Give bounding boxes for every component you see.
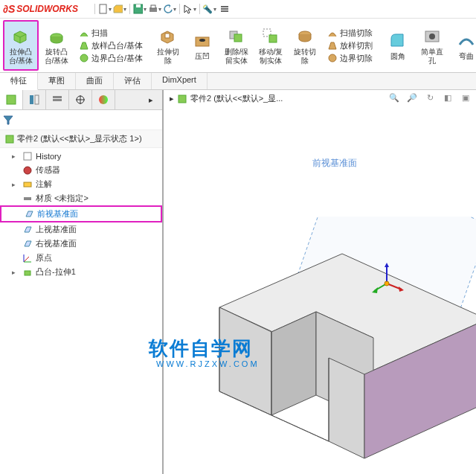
revolve-cut-button[interactable]: 旋转切 除 <box>289 20 321 71</box>
breadcrumb[interactable]: ▸ 零件2 (默认<<默认>_显... <box>170 93 283 104</box>
revolve-boss-icon <box>46 26 67 47</box>
tab-sketch[interactable]: 草图 <box>38 73 76 89</box>
quick-access-toolbar: ▾ ▾ ▾ ▾ ▾ ▾ 🔦▾ <box>93 2 231 16</box>
tab-feature[interactable]: 特征 <box>0 73 38 90</box>
options-icon[interactable] <box>218 2 231 16</box>
zoom-fit-icon[interactable]: 🔍 <box>387 90 402 105</box>
appearance-tab[interactable] <box>92 90 115 109</box>
loft-cut-button[interactable]: 放样切割 <box>327 40 373 51</box>
filter-bar <box>0 110 162 130</box>
extrude-cut-label: 拉伸切 除 <box>157 48 179 65</box>
tree-top-plane[interactable]: 上视基准面 <box>0 222 162 237</box>
svg-rect-41 <box>25 271 30 275</box>
rotate-icon[interactable]: ↻ <box>422 90 437 105</box>
tree-boss-extrude[interactable]: ▸凸台-拉伸1 <box>0 265 162 279</box>
save-icon[interactable]: ▾ <box>133 2 147 16</box>
svg-rect-2 <box>136 4 141 7</box>
svg-rect-33 <box>6 135 13 143</box>
tree-history[interactable]: ▸History <box>0 150 162 163</box>
simple-hole-button[interactable]: 简单直 孔 <box>416 20 448 71</box>
rebuild-icon[interactable]: 🔦▾ <box>203 2 216 16</box>
svg-line-38 <box>24 257 29 262</box>
curve-label: 弯曲 <box>459 52 474 61</box>
revolve-boss-button[interactable]: 旋转凸 台/基体 <box>40 20 73 71</box>
boundary-cut-button[interactable]: 边界切除 <box>327 53 373 64</box>
tab-dimxpert[interactable]: DimXpert <box>152 73 208 89</box>
config-tab[interactable] <box>46 90 69 109</box>
origin-icon <box>22 253 33 263</box>
annotations-icon <box>22 179 33 190</box>
delete-keep-icon <box>226 26 247 47</box>
tab-evaluate[interactable]: 评估 <box>114 73 152 89</box>
svg-point-12 <box>199 39 205 42</box>
app-title: SOLIDWORKS <box>16 4 78 14</box>
curve-button[interactable]: 弯曲 <box>450 20 476 71</box>
view-cube-icon[interactable]: ◧ <box>440 90 455 105</box>
tree-sensors[interactable]: 传感器 <box>0 163 162 177</box>
svg-rect-7 <box>221 10 228 12</box>
plane-label: 前视基准面 <box>312 157 357 170</box>
app-logo: ∂SSOLIDWORKS <box>3 3 78 15</box>
tree-right-plane[interactable]: 右视基准面 <box>0 237 162 251</box>
simple-hole-label: 简单直 孔 <box>421 48 443 65</box>
property-tab[interactable] <box>23 90 46 109</box>
svg-rect-5 <box>221 6 228 7</box>
display-style-icon[interactable]: ▣ <box>458 90 473 105</box>
fillet-icon <box>387 31 408 51</box>
sweep-loft-group: 扫描 放样凸台/基体 边界凸台/基体 <box>74 20 147 71</box>
funnel-icon[interactable] <box>3 115 13 125</box>
plane-icon <box>22 225 33 235</box>
cut-group: 扫描切除 放样切割 边界切除 <box>323 20 377 71</box>
fillet-button[interactable]: 圆角 <box>382 20 414 71</box>
new-doc-icon[interactable]: ▾ <box>98 2 112 16</box>
viewport[interactable]: ▸ 零件2 (默认<<默认>_显... 🔍 🔎 ↻ ◧ ▣ 前视基准面 <box>164 90 476 474</box>
boundary-boss-button[interactable]: 边界凸台/基体 <box>79 53 143 64</box>
watermark: 软件自学网 <box>149 336 253 362</box>
extrude-boss-icon <box>10 26 31 47</box>
view-triad[interactable] <box>368 261 405 298</box>
svg-point-32 <box>99 95 108 104</box>
tab-surface[interactable]: 曲面 <box>76 73 114 89</box>
command-tabs: 特征 草图 曲面 评估 DimXpert <box>0 73 476 90</box>
display-tab[interactable] <box>69 90 92 109</box>
tree-annotations[interactable]: ▸注解 <box>0 177 162 191</box>
history-icon <box>22 151 33 161</box>
svg-rect-26 <box>35 95 39 104</box>
extrude-boss-button[interactable]: 拉伸凸 台/基体 <box>3 20 39 71</box>
panel-expand[interactable]: ▸ <box>140 90 162 109</box>
curve-icon <box>456 31 476 51</box>
hole-icon <box>192 31 213 51</box>
loft-boss-button[interactable]: 放样凸台/基体 <box>79 40 143 51</box>
move-copy-button[interactable]: 移动/复 制实体 <box>254 20 287 71</box>
revolve-cut-label: 旋转切 除 <box>294 48 316 65</box>
hole-button[interactable]: 压凹 <box>186 20 219 71</box>
select-icon[interactable]: ▾ <box>183 2 196 16</box>
sweep-button[interactable]: 扫描 <box>79 28 108 39</box>
extrude-cut-button[interactable]: 拉伸切 除 <box>152 20 184 71</box>
delete-keep-label: 删除/保 留实体 <box>225 48 249 65</box>
svg-rect-6 <box>221 8 228 10</box>
svg-marker-49 <box>372 287 378 293</box>
sweep-cut-button[interactable]: 扫描切除 <box>327 28 373 39</box>
watermark-sub: WWW.RJZXW.COM <box>156 359 260 368</box>
svg-rect-28 <box>53 99 62 101</box>
view-tools: 🔍 🔎 ↻ ◧ ▣ <box>387 90 473 105</box>
svg-point-35 <box>24 167 31 174</box>
svg-rect-16 <box>269 35 277 42</box>
feature-tree-tab[interactable] <box>0 90 23 109</box>
print-icon[interactable]: ▾ <box>148 2 161 16</box>
model-3d: 软件自学网 WWW.RJZXW.COM <box>193 217 476 455</box>
svg-rect-34 <box>24 153 31 160</box>
svg-point-20 <box>429 33 435 39</box>
zoom-area-icon[interactable]: 🔎 <box>405 90 419 105</box>
tree-origin[interactable]: 原点 <box>0 251 162 265</box>
svg-rect-25 <box>30 95 33 104</box>
open-icon[interactable]: ▾ <box>113 2 126 16</box>
delete-keep-button[interactable]: 删除/保 留实体 <box>220 20 253 71</box>
tree-material[interactable]: 材质 <未指定> <box>0 191 162 205</box>
svg-rect-37 <box>24 197 31 200</box>
part-root[interactable]: 零件2 (默认<<默认>_显示状态 1>) <box>0 130 162 148</box>
svg-rect-36 <box>24 182 31 187</box>
tree-front-plane[interactable]: 前视基准面 <box>0 205 162 222</box>
undo-icon[interactable]: ▾ <box>163 2 176 16</box>
